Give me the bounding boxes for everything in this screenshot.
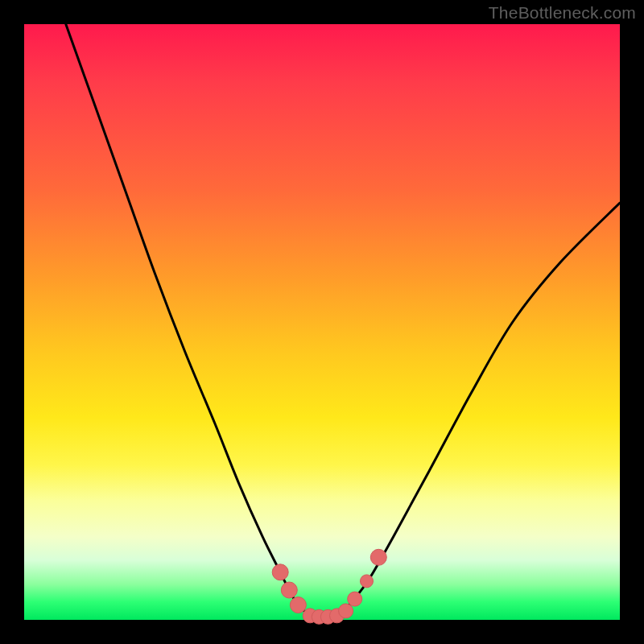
trough-marker [339, 604, 353, 618]
plot-area [24, 24, 620, 620]
outer-frame: TheBottleneck.com [0, 0, 644, 644]
trough-marker [361, 575, 374, 588]
watermark-text: TheBottleneck.com [489, 3, 636, 23]
trough-marker [370, 549, 386, 565]
trough-marker [348, 592, 362, 606]
curve-layer [66, 24, 620, 617]
trough-marker [272, 564, 288, 580]
bottleneck-curve [66, 24, 620, 617]
marker-layer [272, 549, 386, 624]
chart-svg [24, 24, 620, 620]
trough-marker [281, 582, 297, 598]
trough-marker [290, 597, 306, 613]
